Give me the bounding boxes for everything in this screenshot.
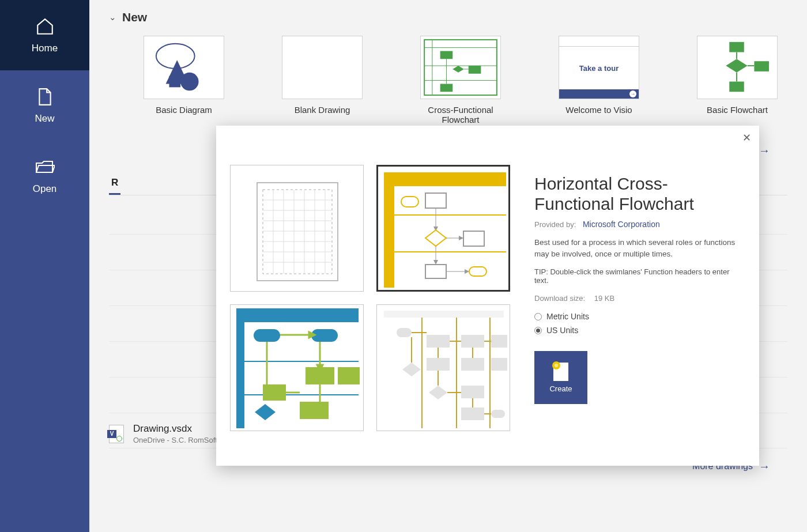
sidebar-label-home: Home: [32, 43, 58, 54]
svg-rect-15: [729, 42, 744, 52]
sidebar-item-home[interactable]: Home: [0, 0, 89, 70]
svg-rect-41: [401, 197, 418, 207]
svg-rect-17: [754, 61, 769, 71]
svg-rect-78: [427, 335, 450, 348]
svg-rect-51: [425, 265, 446, 278]
svg-marker-16: [726, 59, 747, 73]
create-label: Create: [549, 384, 572, 393]
section-new-header[interactable]: ⌄ New: [109, 10, 787, 24]
create-button[interactable]: Create: [534, 351, 587, 404]
template-thumb: [420, 36, 501, 99]
template-basic-diagram[interactable]: Basic Diagram: [138, 36, 230, 124]
radio-icon: [534, 327, 542, 334]
svg-rect-87: [491, 410, 505, 418]
arrow-right-icon: →: [759, 460, 770, 473]
units-radio-group: Metric Units US Units: [534, 312, 740, 335]
svg-rect-12: [440, 84, 453, 92]
svg-marker-84: [429, 386, 447, 399]
provided-by-row: Provided by: Microsoft Corporation: [534, 220, 740, 229]
svg-rect-64: [300, 402, 329, 419]
svg-rect-85: [461, 386, 484, 398]
svg-rect-59: [254, 329, 280, 342]
template-thumb: [282, 36, 363, 99]
svg-rect-54: [469, 267, 487, 276]
close-button[interactable]: ✕: [742, 131, 751, 144]
template-blank-drawing[interactable]: Blank Drawing: [276, 36, 368, 124]
radio-metric-units[interactable]: Metric Units: [534, 312, 740, 321]
radio-us-units[interactable]: US Units: [534, 326, 740, 335]
sidebar-item-new[interactable]: New: [0, 70, 89, 141]
svg-rect-77: [397, 328, 412, 337]
sidebar: Home New Open: [0, 0, 89, 532]
template-basic-flowchart[interactable]: Basic Flowchart: [691, 36, 783, 124]
svg-rect-62: [338, 367, 360, 384]
svg-marker-88: [402, 363, 421, 376]
arrow-right-icon: →: [759, 144, 770, 157]
template-welcome-tour[interactable]: Take a tour → Welcome to Visio: [553, 36, 645, 124]
svg-rect-22: [257, 183, 338, 281]
visio-file-icon: [109, 425, 125, 443]
tab-recent[interactable]: R: [109, 172, 120, 195]
template-label: Basic Diagram: [156, 105, 212, 115]
template-detail-modal: ✕: [216, 126, 759, 466]
template-description: Best used for a process in which several…: [534, 237, 740, 259]
svg-marker-53: [465, 269, 469, 274]
template-thumb: [697, 36, 778, 99]
close-icon: ✕: [742, 132, 751, 144]
variant-vertical-yellow[interactable]: [376, 304, 510, 431]
download-size-row: Download size: 19 KB: [534, 294, 740, 303]
variant-horizontal-bluegreen[interactable]: [230, 304, 364, 431]
svg-rect-79: [461, 335, 484, 348]
radio-label: Metric Units: [546, 312, 589, 321]
modal-details: Horizontal Cross-Functional Flowchart Pr…: [510, 136, 745, 451]
svg-rect-80: [491, 335, 507, 348]
template-label: Welcome to Visio: [565, 105, 632, 115]
svg-marker-10: [452, 66, 464, 73]
svg-point-3: [180, 73, 198, 90]
variant-vertical-blank[interactable]: [230, 165, 364, 292]
svg-rect-38: [384, 186, 394, 288]
template-row: Basic Diagram Blank Drawing: [138, 36, 787, 124]
svg-rect-73: [384, 311, 504, 318]
template-thumb: [144, 36, 224, 99]
svg-rect-2: [169, 76, 180, 88]
new-page-icon: [553, 363, 568, 381]
svg-rect-18: [729, 82, 744, 92]
modal-title: Horizontal Cross-Functional Flowchart: [534, 174, 740, 214]
tour-text: Take a tour: [559, 47, 639, 89]
variant-horizontal-yellow[interactable]: [376, 165, 510, 292]
svg-rect-48: [463, 231, 484, 246]
svg-rect-55: [236, 308, 359, 322]
template-tip: TIP: Double-click the swimlanes' Functio…: [534, 267, 740, 285]
svg-rect-83: [491, 358, 507, 371]
svg-rect-42: [425, 193, 446, 208]
template-label: Blank Drawing: [295, 105, 350, 115]
folder-open-icon: [35, 157, 55, 178]
svg-rect-81: [427, 358, 450, 371]
chevron-down-icon: ⌄: [109, 12, 116, 22]
svg-marker-65: [255, 404, 276, 420]
svg-marker-47: [459, 236, 463, 240]
modal-previews: [230, 165, 510, 451]
home-icon: [35, 16, 55, 37]
template-label: Basic Flowchart: [707, 105, 768, 115]
sidebar-label-new: New: [35, 113, 54, 124]
template-thumb: Take a tour →: [559, 36, 639, 99]
svg-rect-86: [461, 408, 484, 420]
svg-rect-37: [384, 172, 506, 186]
svg-rect-9: [440, 51, 453, 59]
svg-rect-56: [236, 322, 244, 428]
new-doc-icon: [35, 86, 55, 107]
provider-link[interactable]: Microsoft Corporation: [583, 220, 660, 229]
section-new-title: New: [122, 10, 147, 24]
provided-by-label: Provided by:: [534, 220, 576, 229]
svg-rect-63: [263, 384, 286, 401]
template-cross-functional[interactable]: Cross-Functional Flowchart: [414, 36, 507, 124]
template-label: Cross-Functional Flowchart: [414, 105, 507, 124]
svg-rect-11: [469, 66, 481, 74]
download-size-label: Download size:: [534, 294, 585, 303]
sidebar-item-open[interactable]: Open: [0, 141, 89, 211]
svg-rect-82: [461, 358, 484, 371]
radio-icon: [534, 313, 542, 320]
sidebar-label-open: Open: [33, 183, 57, 195]
